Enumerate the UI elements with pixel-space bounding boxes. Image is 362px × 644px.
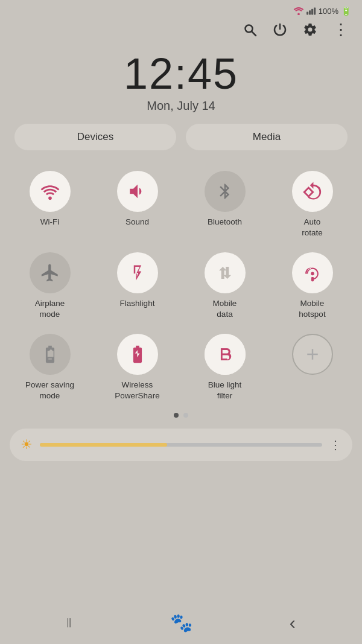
qs-airplane[interactable]: Airplanemode	[6, 244, 94, 325]
brightness-bar[interactable]	[40, 443, 322, 447]
status-icons: 100% 🔋	[293, 6, 351, 16]
airplane-icon	[40, 263, 60, 283]
qs-powersave[interactable]: Power savingmode	[6, 325, 94, 407]
qs-wifi[interactable]: Wi-Fi	[6, 162, 94, 244]
battery-text: 100%	[319, 7, 338, 16]
bluelight-b-icon	[215, 344, 235, 365]
flashlight-circle	[117, 252, 158, 293]
sound-circle	[117, 171, 158, 212]
svg-rect-2	[309, 10, 311, 14]
powersave-label: Power savingmode	[25, 380, 74, 401]
status-bar: 100% 🔋	[0, 0, 362, 18]
wifi-circle	[30, 171, 71, 212]
svg-rect-4	[314, 7, 316, 14]
wireless-icon	[127, 344, 148, 365]
dot-1	[174, 413, 179, 418]
svg-point-7	[48, 196, 52, 200]
bluetooth-icon	[216, 181, 234, 202]
power-icon[interactable]	[273, 22, 287, 37]
signal-icon	[306, 7, 316, 15]
qs-bluelight[interactable]: Blue lightfilter	[181, 325, 268, 407]
svg-rect-1	[306, 12, 308, 15]
qs-mobiledata[interactable]: Mobiledata	[181, 244, 268, 325]
nav-recent-icon[interactable]: ⦀	[66, 615, 73, 631]
qs-wireless[interactable]: WirelessPowerShare	[94, 325, 181, 407]
qs-bluetooth[interactable]: Bluetooth	[181, 162, 268, 244]
brightness-fill	[40, 443, 167, 447]
svg-line-6	[252, 32, 256, 36]
tab-devices[interactable]: Devices	[14, 124, 176, 150]
qs-flashlight[interactable]: Flashlight	[94, 244, 181, 325]
bluelight-inner	[205, 334, 246, 375]
svg-rect-3	[311, 9, 313, 15]
plus-circle	[292, 334, 333, 375]
hotspot-circle	[292, 252, 333, 293]
mobiledata-icon	[216, 263, 234, 283]
bottom-nav: ⦀ 🐾 ‹	[0, 604, 362, 644]
bluelight-label: Blue lightfilter	[208, 380, 242, 401]
battery-icon: 🔋	[341, 6, 351, 16]
quick-settings-grid: Wi-Fi Sound Bluetooth Autorotate	[0, 162, 362, 407]
airplane-label: Airplanemode	[35, 298, 65, 319]
mobiledata-circle	[205, 252, 246, 293]
top-actions: ⋮	[0, 18, 362, 46]
qs-hotspot[interactable]: Mobilehotspot	[268, 244, 356, 325]
flashlight-label: Flashlight	[120, 298, 155, 309]
svg-point-0	[297, 13, 300, 15]
mobiledata-label: Mobiledata	[213, 298, 237, 319]
powersave-circle	[30, 334, 71, 375]
airplane-circle	[30, 252, 71, 293]
clock-section: 12:45 Mon, July 14	[0, 46, 362, 124]
sound-label: Sound	[125, 217, 149, 228]
autorotate-label: Autorotate	[302, 217, 323, 238]
bluelight-circle	[205, 334, 246, 375]
pagination-dots	[0, 407, 362, 426]
brightness-icon: ☀	[21, 437, 33, 453]
brightness-more-icon[interactable]: ⋮	[329, 438, 341, 452]
flashlight-icon	[129, 263, 147, 283]
hotspot-icon	[302, 263, 323, 283]
wifi-label: Wi-Fi	[40, 217, 59, 228]
qs-sound[interactable]: Sound	[94, 162, 181, 244]
autorotate-circle	[292, 171, 333, 212]
nav-back-icon[interactable]: ‹	[290, 613, 296, 633]
plus-icon	[303, 345, 322, 363]
autorotate-icon	[302, 181, 323, 202]
wireless-circle	[117, 334, 158, 375]
clock-date: Mon, July 14	[0, 99, 362, 113]
wifi-icon	[40, 183, 60, 200]
wireless-label: WirelessPowerShare	[115, 380, 159, 401]
wifi-status-icon	[293, 7, 304, 15]
bluetooth-label: Bluetooth	[208, 217, 242, 228]
settings-icon[interactable]	[303, 22, 317, 37]
svg-rect-8	[311, 277, 313, 281]
qs-plus[interactable]	[268, 325, 356, 407]
powersave-icon	[40, 344, 60, 365]
sound-icon	[127, 181, 148, 202]
dot-2	[183, 413, 188, 418]
clock-time: 12:45	[0, 52, 362, 95]
bluetooth-circle	[205, 171, 246, 212]
qs-autorotate[interactable]: Autorotate	[268, 162, 356, 244]
tabs-row: Devices Media	[0, 124, 362, 162]
hotspot-label: Mobilehotspot	[299, 298, 325, 319]
tab-media[interactable]: Media	[186, 124, 348, 150]
more-icon[interactable]: ⋮	[333, 22, 349, 37]
search-icon[interactable]	[243, 22, 257, 37]
brightness-row[interactable]: ☀ ⋮	[10, 429, 352, 461]
nav-home-icon[interactable]: 🐾	[170, 612, 192, 633]
